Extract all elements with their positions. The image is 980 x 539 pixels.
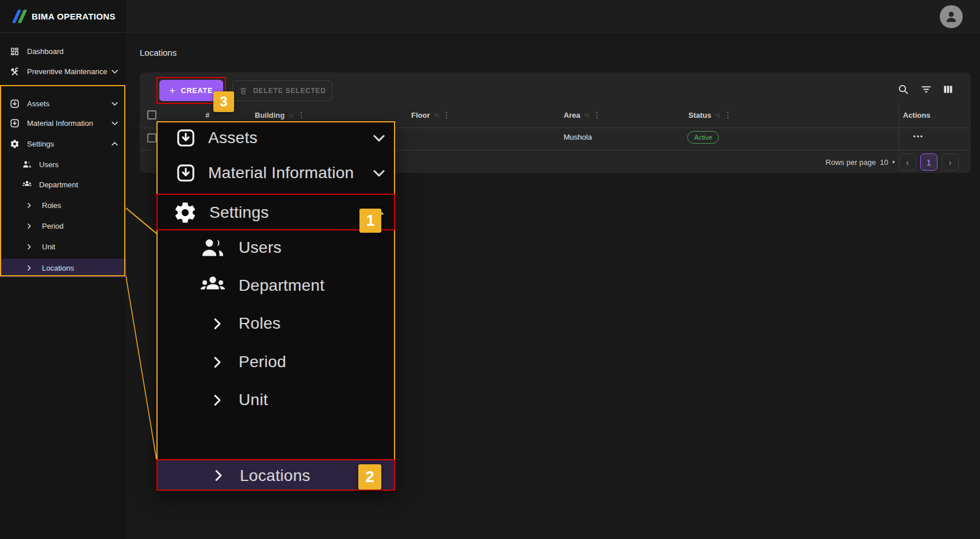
search-button[interactable] (893, 79, 913, 99)
gear-icon (173, 201, 197, 225)
chevron-right-icon (25, 222, 33, 230)
magnified-menu-overlay: Assets Material Information Settings 1 U… (156, 121, 395, 492)
overlay-item-unit: Unit (156, 384, 395, 416)
sidebar-item-unit[interactable]: Unit (0, 237, 127, 256)
inbox-arrow-icon (10, 118, 20, 128)
chevron-right-icon (25, 243, 33, 251)
chevron-right-icon (209, 355, 225, 370)
avatar[interactable] (940, 5, 963, 28)
column-header-area: Area ↑↓ ⋮ (564, 108, 601, 122)
chevron-right-icon (25, 264, 33, 272)
overlay-item-department: Department (156, 270, 395, 302)
sidebar-item-label: Period (42, 222, 64, 230)
sidebar-item-label: Assets (27, 99, 49, 108)
sort-icon[interactable]: ↑↓ (289, 112, 293, 118)
prev-page-button[interactable]: ‹ (899, 153, 916, 171)
sidebar-item-roles[interactable]: Roles (0, 195, 127, 215)
actions-column-divider (899, 103, 899, 150)
topbar (127, 0, 980, 33)
kebab-menu-icon[interactable]: ⋮ (593, 111, 601, 119)
cell-area: Mushola (564, 130, 592, 144)
users-icon (199, 234, 227, 261)
page-1-button[interactable]: 1 (920, 153, 937, 171)
brand: BIMA OPERATIONS (0, 0, 127, 33)
kebab-menu-icon[interactable]: ⋮ (443, 111, 451, 119)
sidebar-item-label: Roles (42, 201, 61, 210)
chevron-down-icon (110, 67, 119, 76)
sidebar-item-label: Department (39, 180, 78, 189)
overlay-item-settings: Settings (156, 194, 395, 230)
app-root: BIMA OPERATIONS Dashboard Preventive Mai… (0, 0, 980, 539)
overlay-item-assets: Assets (156, 121, 395, 155)
chevron-down-icon (110, 119, 119, 128)
sort-icon[interactable]: ↑↓ (584, 112, 589, 118)
trash-icon (239, 86, 248, 95)
overlay-item-period: Period (156, 346, 395, 378)
chevron-down-icon (371, 165, 387, 181)
inbox-arrow-icon (175, 128, 196, 148)
sidebar-item-material-information[interactable]: Material Information (0, 113, 127, 133)
step-badge-create: 3 (213, 91, 234, 112)
gear-icon (10, 139, 20, 149)
sidebar-item-label: Material Information (27, 119, 93, 128)
chevron-right-icon (210, 468, 226, 483)
sort-icon[interactable]: ↑↓ (715, 112, 720, 118)
sidebar-item-period[interactable]: Period (0, 216, 127, 236)
overlay-item-material-information: Material Information (156, 156, 395, 190)
status-badge: Active (687, 131, 719, 144)
sidebar-item-dashboard[interactable]: Dashboard (0, 41, 127, 61)
overlay-item-roles: Roles (156, 307, 395, 340)
sidebar-item-department[interactable]: Department (0, 175, 127, 194)
rows-per-page-select[interactable]: Rows per page 10 ▾ (715, 153, 895, 171)
chevron-right-icon (209, 316, 225, 332)
sidebar-item-label: Dashboard (27, 47, 64, 56)
inbox-arrow-icon (175, 163, 196, 183)
sidebar-item-label: Preventive Maintenance (27, 67, 107, 76)
sidebar-item-assets[interactable]: Assets (0, 94, 127, 113)
chevron-right-icon (209, 392, 225, 408)
overlay-item-users: Users (156, 232, 395, 264)
row-checkbox[interactable] (147, 133, 156, 143)
department-icon (22, 179, 32, 190)
row-actions-button[interactable]: ••• (907, 130, 930, 144)
select-all-checkbox[interactable] (147, 110, 156, 120)
sidebar-item-preventive-maintenance[interactable]: Preventive Maintenance (0, 61, 127, 81)
columns-button[interactable] (937, 79, 958, 99)
caret-down-icon: ▾ (892, 159, 895, 165)
column-header-floor: Floor ↑↓ ⋮ (411, 108, 451, 122)
kebab-menu-icon[interactable]: ⋮ (724, 111, 732, 119)
sidebar-item-users[interactable]: Users (0, 155, 127, 174)
sidebar-item-settings[interactable]: Settings (0, 134, 127, 153)
rows-per-page-label: Rows per page (826, 158, 876, 167)
next-page-button[interactable]: › (941, 153, 959, 171)
create-button-label: CREATE (181, 87, 213, 95)
chevron-up-icon (110, 140, 119, 148)
delete-selected-button[interactable]: DELETE SELECTED (232, 80, 332, 101)
brand-title: BIMA OPERATIONS (32, 11, 116, 21)
person-icon (944, 9, 959, 24)
sidebar-item-label: Unit (42, 242, 55, 251)
brand-logo-icon (15, 10, 24, 23)
chevron-right-icon (25, 202, 33, 209)
tools-icon (10, 67, 20, 76)
column-header-actions: Actions (903, 108, 931, 122)
sidebar-item-label: Settings (27, 140, 54, 148)
search-icon (897, 83, 909, 95)
columns-icon (942, 83, 954, 95)
sort-icon[interactable]: ↑↓ (434, 112, 439, 118)
sidebar-item-label: Locations (42, 264, 74, 272)
sidebar: BIMA OPERATIONS Dashboard Preventive Mai… (0, 0, 127, 539)
sidebar-item-label: Users (39, 160, 59, 169)
chevron-down-icon (371, 130, 387, 146)
kebab-menu-icon[interactable]: ⋮ (297, 111, 305, 119)
dashboard-icon (10, 47, 20, 56)
filter-icon (920, 83, 932, 95)
delete-button-label: DELETE SELECTED (253, 87, 326, 95)
plus-icon: + (170, 86, 176, 95)
users-icon (22, 159, 32, 170)
sidebar-item-locations[interactable]: Locations (0, 259, 127, 278)
rows-per-page-value: 10 (880, 158, 888, 167)
filter-button[interactable] (916, 79, 936, 99)
department-icon (199, 272, 227, 299)
page-title: Locations (140, 48, 177, 57)
